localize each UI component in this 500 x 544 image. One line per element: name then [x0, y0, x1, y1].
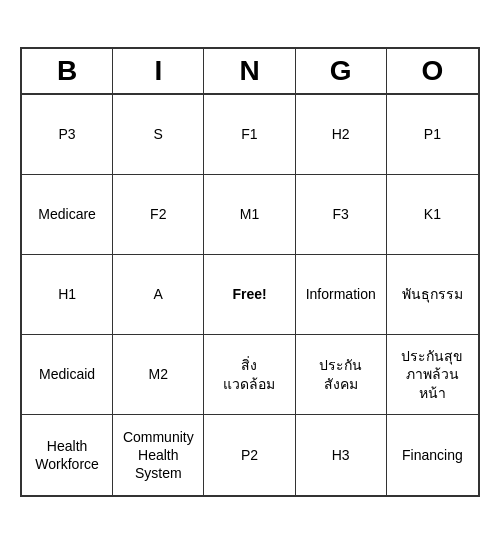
bingo-cell-r1-c0: Medicare [22, 175, 113, 255]
cell-text-r4-c4: Financing [402, 446, 463, 464]
bingo-cell-r3-c1: M2 [113, 335, 204, 415]
cell-text-r3-c4: ประกันสุขภาพล้วนหน้า [401, 347, 463, 402]
header-letter-n: N [204, 49, 295, 93]
cell-text-r3-c2: สิ่งแวดล้อม [223, 356, 275, 392]
cell-text-r1-c0: Medicare [38, 205, 96, 223]
bingo-cell-r1-c1: F2 [113, 175, 204, 255]
bingo-cell-r2-c1: A [113, 255, 204, 335]
bingo-cell-r2-c0: H1 [22, 255, 113, 335]
cell-text-r2-c2: Free! [232, 285, 266, 303]
header-letter-i: I [113, 49, 204, 93]
bingo-cell-r1-c4: K1 [387, 175, 478, 255]
cell-text-r4-c3: H3 [332, 446, 350, 464]
bingo-cell-r3-c3: ประกันสังคม [296, 335, 387, 415]
cell-text-r2-c1: A [154, 285, 163, 303]
cell-text-r4-c0: HealthWorkforce [35, 437, 99, 473]
header-letter-g: G [296, 49, 387, 93]
cell-text-r0-c2: F1 [241, 125, 257, 143]
bingo-cell-r4-c1: CommunityHealthSystem [113, 415, 204, 495]
bingo-cell-r4-c0: HealthWorkforce [22, 415, 113, 495]
bingo-cell-r3-c0: Medicaid [22, 335, 113, 415]
cell-text-r1-c2: M1 [240, 205, 259, 223]
bingo-cell-r0-c3: H2 [296, 95, 387, 175]
cell-text-r2-c0: H1 [58, 285, 76, 303]
bingo-grid: P3SF1H2P1MedicareF2M1F3K1H1AFree!Informa… [22, 95, 478, 495]
cell-text-r1-c4: K1 [424, 205, 441, 223]
bingo-card: BINGO P3SF1H2P1MedicareF2M1F3K1H1AFree!I… [20, 47, 480, 497]
bingo-cell-r4-c3: H3 [296, 415, 387, 495]
cell-text-r0-c3: H2 [332, 125, 350, 143]
bingo-cell-r3-c4: ประกันสุขภาพล้วนหน้า [387, 335, 478, 415]
cell-text-r3-c3: ประกันสังคม [319, 356, 362, 392]
cell-text-r2-c3: Information [306, 285, 376, 303]
bingo-cell-r1-c2: M1 [204, 175, 295, 255]
cell-text-r1-c3: F3 [333, 205, 349, 223]
bingo-cell-r0-c0: P3 [22, 95, 113, 175]
cell-text-r1-c1: F2 [150, 205, 166, 223]
bingo-cell-r0-c1: S [113, 95, 204, 175]
bingo-cell-r0-c4: P1 [387, 95, 478, 175]
bingo-cell-r4-c4: Financing [387, 415, 478, 495]
bingo-cell-r3-c2: สิ่งแวดล้อม [204, 335, 295, 415]
cell-text-r4-c2: P2 [241, 446, 258, 464]
cell-text-r0-c1: S [154, 125, 163, 143]
bingo-cell-r2-c3: Information [296, 255, 387, 335]
bingo-cell-r2-c4: พันธุกรรม [387, 255, 478, 335]
cell-text-r2-c4: พันธุกรรม [402, 285, 463, 303]
bingo-cell-r1-c3: F3 [296, 175, 387, 255]
cell-text-r3-c1: M2 [149, 365, 168, 383]
cell-text-r3-c0: Medicaid [39, 365, 95, 383]
bingo-header: BINGO [22, 49, 478, 95]
cell-text-r4-c1: CommunityHealthSystem [123, 428, 194, 483]
header-letter-b: B [22, 49, 113, 93]
bingo-cell-r0-c2: F1 [204, 95, 295, 175]
cell-text-r0-c4: P1 [424, 125, 441, 143]
cell-text-r0-c0: P3 [59, 125, 76, 143]
header-letter-o: O [387, 49, 478, 93]
bingo-cell-r2-c2: Free! [204, 255, 295, 335]
bingo-cell-r4-c2: P2 [204, 415, 295, 495]
